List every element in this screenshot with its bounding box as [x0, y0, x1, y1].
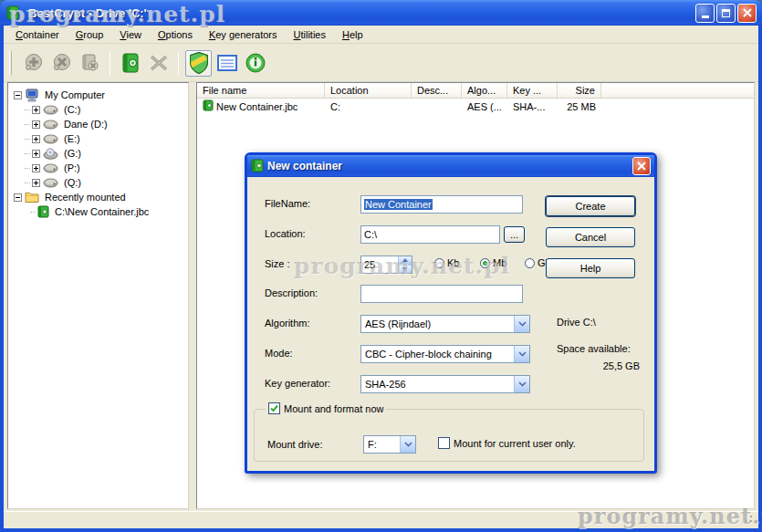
- maximize-button[interactable]: [716, 4, 736, 23]
- tree-item-label: (G:): [62, 148, 83, 159]
- tree-item-label: (C:): [62, 104, 82, 115]
- mount-drive-select[interactable]: F:: [363, 435, 416, 454]
- tree-item-recently-mounted[interactable]: Recently mounted: [8, 190, 188, 204]
- close-button[interactable]: [737, 4, 757, 23]
- menu-container[interactable]: Container: [7, 26, 68, 43]
- menu-help[interactable]: Help: [334, 26, 371, 43]
- size-spinner[interactable]: 25: [360, 256, 412, 274]
- resize-grip-icon[interactable]: [742, 512, 753, 523]
- column-file-name[interactable]: File name: [197, 83, 325, 98]
- tree-item-my-computer[interactable]: My Computer: [8, 88, 188, 102]
- menu-view[interactable]: View: [111, 26, 150, 43]
- key-generator-label: Key generator:: [265, 378, 330, 389]
- algorithm-select[interactable]: AES (Rijndael): [360, 315, 530, 333]
- dialog-title-bar[interactable]: New container: [247, 155, 654, 177]
- collapse-icon[interactable]: [14, 91, 22, 99]
- mode-select[interactable]: CBC - Cipher-block chaining: [360, 345, 530, 363]
- new-container-button[interactable]: [117, 50, 143, 77]
- space-available-value: 25,5 GB: [557, 360, 640, 371]
- description-input[interactable]: [360, 285, 523, 303]
- expand-icon[interactable]: [32, 164, 40, 172]
- menu-key-generators[interactable]: Key generators: [201, 26, 286, 43]
- cancel-button[interactable]: Cancel: [546, 227, 635, 247]
- hdd-icon: [43, 120, 58, 130]
- radio-icon[interactable]: [525, 258, 535, 268]
- spin-up-button[interactable]: [399, 256, 412, 265]
- menu-group[interactable]: Group: [68, 26, 112, 43]
- help-button[interactable]: Help: [546, 258, 635, 278]
- cell-key: SHA-...: [507, 101, 558, 112]
- tree-item-drive-d[interactable]: Dane (D:): [8, 117, 188, 131]
- key-generator-value: SHA-256: [361, 376, 514, 392]
- list-row[interactable]: New Container.jbc C: AES (... SHA-... 25…: [197, 99, 754, 114]
- checkbox-unchecked-icon[interactable]: [438, 437, 450, 449]
- tree-item-drive-e[interactable]: (E:): [8, 131, 188, 146]
- column-location[interactable]: Location: [325, 83, 412, 98]
- mount-and-format-checkbox[interactable]: Mount and format now: [266, 402, 386, 414]
- checkbox-checked-icon[interactable]: [268, 402, 280, 414]
- create-button[interactable]: Create: [546, 196, 635, 216]
- toolbar-grip[interactable]: [9, 51, 12, 75]
- tree-item-drive-q[interactable]: (Q:): [8, 175, 188, 190]
- list-header: File name Location Desc... Algo... Key .…: [197, 83, 754, 99]
- cell-size: 25 MB: [558, 101, 601, 112]
- unmount-button[interactable]: [48, 50, 75, 77]
- app-window: BestCrypt - Drive 'C:' Container Group V…: [0, 0, 762, 532]
- chevron-down-icon[interactable]: [514, 346, 529, 362]
- minimize-button[interactable]: [695, 4, 715, 23]
- expand-icon[interactable]: [32, 120, 40, 129]
- collapse-icon[interactable]: [14, 193, 22, 202]
- expand-icon[interactable]: [32, 135, 40, 143]
- tree-item-drive-c[interactable]: (C:): [8, 102, 188, 117]
- chevron-down-icon[interactable]: [400, 436, 415, 453]
- column-algorithm[interactable]: Algo...: [462, 83, 507, 98]
- expand-icon[interactable]: [32, 150, 40, 158]
- chevron-down-icon[interactable]: [514, 316, 529, 332]
- title-bar[interactable]: BestCrypt - Drive 'C:': [0, 0, 762, 26]
- details-view-button[interactable]: [214, 50, 240, 77]
- expand-icon[interactable]: [32, 179, 40, 187]
- cell-file-name: New Container.jbc: [216, 101, 297, 112]
- hdd-icon: [43, 178, 58, 188]
- menu-utilities[interactable]: Utilities: [286, 26, 334, 43]
- dialog-title: New container: [267, 160, 632, 172]
- delete-container-button[interactable]: [145, 50, 172, 77]
- tree-item-label: Recently mounted: [43, 192, 128, 203]
- container-tree: My Computer (C:) Dane (D:) (E:): [7, 82, 189, 509]
- close-icon: [637, 162, 646, 171]
- mount-drive-value: F:: [364, 436, 400, 453]
- filename-input[interactable]: New Container: [360, 195, 523, 214]
- about-button[interactable]: [242, 50, 268, 77]
- expand-icon[interactable]: [32, 106, 40, 114]
- protection-button[interactable]: [185, 50, 212, 77]
- cd-drive-icon: [43, 148, 58, 160]
- dialog-close-button[interactable]: [632, 157, 651, 175]
- mount-button[interactable]: [20, 50, 47, 77]
- chevron-down-icon[interactable]: [514, 376, 529, 392]
- radio-icon[interactable]: [434, 258, 444, 268]
- size-unit-mb[interactable]: Mb: [480, 257, 506, 268]
- location-input[interactable]: C:\: [360, 225, 500, 244]
- current-user-checkbox[interactable]: Mount for current user only.: [438, 437, 576, 449]
- radio-checked-icon[interactable]: [480, 258, 490, 268]
- tree-item-recent-container[interactable]: C:\New Container.jbc: [8, 204, 188, 219]
- mount-and-format-label: Mount and format now: [284, 403, 383, 414]
- menu-options[interactable]: Options: [150, 26, 201, 43]
- column-description[interactable]: Desc...: [412, 83, 462, 98]
- arrow-down-icon: [402, 267, 408, 271]
- browse-button[interactable]: ...: [504, 226, 525, 243]
- window-title: BestCrypt - Drive 'C:': [28, 6, 695, 20]
- column-key[interactable]: Key ...: [507, 83, 558, 98]
- container-icon: [251, 159, 264, 174]
- unmount-all-button[interactable]: [77, 50, 103, 77]
- size-value[interactable]: 25: [361, 256, 398, 273]
- spin-down-button[interactable]: [399, 265, 412, 274]
- description-label: Description:: [265, 287, 318, 298]
- column-size[interactable]: Size: [558, 83, 601, 98]
- tree-item-drive-p[interactable]: (P:): [8, 161, 188, 175]
- mb-label: Mb: [493, 257, 506, 268]
- new-container-icon: [120, 52, 141, 74]
- size-unit-kb[interactable]: Kb: [434, 257, 459, 268]
- tree-item-drive-g[interactable]: (G:): [8, 146, 188, 161]
- key-generator-select[interactable]: SHA-256: [360, 375, 530, 393]
